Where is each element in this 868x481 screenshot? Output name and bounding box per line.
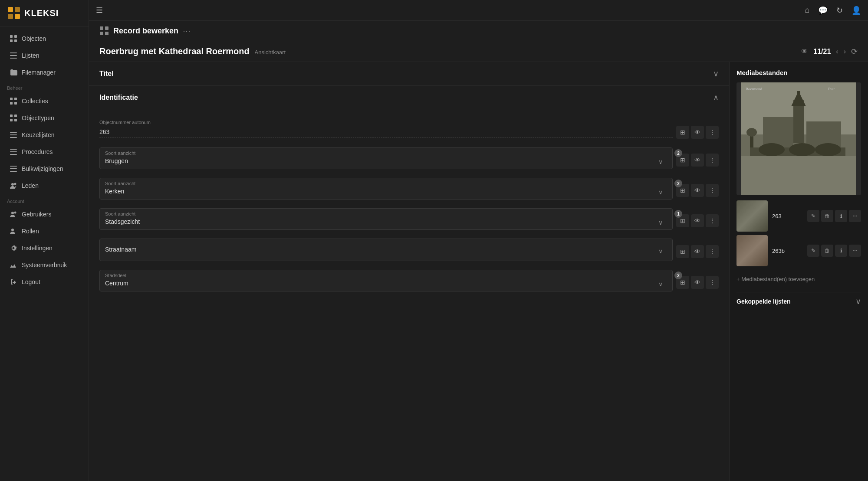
thumb-img-1 [736, 200, 768, 232]
page-options-button[interactable]: ⋯ [183, 26, 191, 36]
soort3-view-button[interactable]: 👁 [691, 214, 704, 227]
soort3-more-button[interactable]: ⋮ [706, 214, 719, 227]
svg-rect-12 [14, 98, 17, 100]
straatnaam-select-wrapper: Straatnaam ∨ [105, 242, 667, 257]
stadsdeel-select[interactable]: Centrum [105, 279, 667, 288]
svg-rect-0 [8, 7, 13, 12]
info-media-263b-button[interactable]: ℹ [835, 245, 847, 257]
objectnummer-copy-button[interactable]: ⊞ [676, 126, 689, 139]
sync-icon[interactable]: ⟳ [851, 47, 858, 56]
media-thumb-263b[interactable] [736, 235, 768, 266]
svg-point-31 [14, 212, 16, 214]
delete-media-263-button[interactable]: 🗑 [821, 210, 833, 222]
objectnummer-more-button[interactable]: ⋮ [706, 126, 719, 139]
sidebar-item-collecties[interactable]: Collecties [3, 93, 86, 109]
svg-rect-17 [10, 119, 13, 121]
stadsdeel-select-wrapper: Centrum ∨ [105, 279, 667, 288]
more-media-263-button[interactable]: ⋯ [849, 210, 861, 222]
svg-rect-8 [10, 52, 17, 53]
straatnaam-more-button[interactable]: ⋮ [706, 245, 719, 258]
messages-icon[interactable]: 💬 [818, 6, 828, 15]
svg-rect-41 [797, 91, 800, 102]
next-record-button[interactable]: › [844, 48, 846, 56]
sidebar-label-instellingen: Instellingen [22, 245, 53, 252]
sidebar-item-objecten[interactable]: Objecten [3, 30, 86, 47]
media-panel-title: Mediabestanden [736, 69, 861, 76]
refresh-icon[interactable]: ↻ [836, 6, 843, 15]
beheer-section-label: Beheer [0, 81, 89, 92]
svg-text:Ever.: Ever. [828, 87, 835, 91]
soort2-actions: 2 ⊞ 👁 ⋮ [676, 184, 719, 197]
more-media-263b-button[interactable]: ⋯ [849, 245, 861, 257]
soort1-badge: 2 [674, 149, 682, 157]
svg-point-47 [815, 143, 841, 156]
soort3-label: Soort aanzicht [105, 211, 667, 216]
edit-media-263b-button[interactable]: ✎ [807, 245, 819, 257]
titel-section-header[interactable]: Titel ∨ [89, 62, 729, 86]
right-panel: Mediabestanden [729, 62, 868, 481]
svg-rect-20 [10, 134, 17, 135]
add-media-button[interactable]: + Mediabestand(en) toevoegen [736, 273, 861, 285]
record-navigation: 👁 11/21 ‹ › ⟳ [801, 47, 858, 56]
sidebar-item-objecttypen[interactable]: Objecttypen [3, 110, 86, 126]
topbar: ☰ ⌂ 💬 ↻ 👤 [89, 0, 868, 21]
svg-rect-35 [100, 32, 103, 35]
media-thumb-row-263b: 263b ✎ 🗑 ℹ ⋯ [736, 235, 861, 266]
user-icon[interactable]: 👤 [852, 6, 861, 15]
gekoppelde-title: Gekoppelde lijsten [736, 298, 790, 305]
stadsdeel-label: Stadsdeel [105, 273, 667, 278]
sidebar-item-keuzelijsten[interactable]: Keuzelijsten [3, 127, 86, 143]
sidebar-item-instellingen[interactable]: Instellingen [3, 240, 86, 256]
add-media-label: + Mediabestand(en) toevoegen [736, 276, 815, 282]
soort2-select[interactable]: Kerken [105, 187, 667, 196]
sidebar-item-leden[interactable]: Leden [3, 177, 86, 194]
sidebar-item-gebruikers[interactable]: Gebruikers [3, 206, 86, 223]
gekoppelde-header[interactable]: Gekoppelde lijsten ∨ [736, 292, 861, 311]
sidebar-label-leden: Leden [22, 182, 39, 189]
stadsdeel-select-container: Stadsdeel Centrum ∨ [99, 270, 673, 291]
sidebar-item-lijsten[interactable]: Lijsten [3, 47, 86, 64]
media-thumb-row-263: 263 ✎ 🗑 ℹ ⋯ [736, 200, 861, 232]
sidebar-item-bulkwijzigingen[interactable]: Bulkwijzigingen [3, 160, 86, 177]
svg-rect-5 [14, 35, 17, 38]
objectnummer-input[interactable] [99, 127, 673, 137]
media-main-image[interactable]: Roermond Ever. [736, 82, 861, 195]
soort1-more-button[interactable]: ⋮ [706, 154, 719, 167]
identificatie-section-header[interactable]: Identificatie ∧ [89, 86, 729, 109]
svg-rect-23 [10, 151, 17, 152]
soort2-select-container: Soort aanzicht Kerken ∨ [99, 178, 673, 200]
svg-rect-27 [10, 171, 17, 172]
soort3-select[interactable]: Stadsgezicht [105, 217, 667, 226]
stadsdeel-view-button[interactable]: 👁 [691, 276, 704, 289]
edit-media-263-button[interactable]: ✎ [807, 210, 819, 222]
svg-rect-4 [10, 35, 13, 38]
sidebar-item-systeemverbruik[interactable]: Systeemverbruik [3, 257, 86, 273]
stadsdeel-more-button[interactable]: ⋮ [706, 276, 719, 289]
soort2-view-button[interactable]: 👁 [691, 184, 704, 197]
prev-record-button[interactable]: ‹ [836, 48, 838, 56]
soort1-select[interactable]: Bruggen [105, 157, 667, 165]
record-counter: 11/21 [813, 48, 831, 56]
media-thumb-263[interactable] [736, 200, 768, 232]
objectnummer-view-button[interactable]: 👁 [691, 126, 704, 139]
info-media-263-button[interactable]: ℹ [835, 210, 847, 222]
delete-media-263b-button[interactable]: 🗑 [821, 245, 833, 257]
straatnaam-select[interactable]: Straatnaam [105, 242, 667, 257]
sidebar-item-rollen[interactable]: Rollen [3, 223, 86, 239]
sidebar-navigation: Objecten Lijsten Filemanager Beheer Coll… [0, 26, 89, 481]
svg-rect-22 [10, 149, 17, 150]
hamburger-icon[interactable]: ☰ [96, 6, 103, 15]
home-icon[interactable]: ⌂ [805, 6, 809, 15]
page-header: Record bewerken ⋯ [89, 21, 868, 41]
straatnaam-view-button[interactable]: 👁 [691, 245, 704, 258]
sidebar-item-filemanager[interactable]: Filemanager [3, 64, 86, 81]
stadsdeel-field-group: Stadsdeel Centrum ∨ 2 ⊞ 👁 [99, 270, 719, 291]
sidebar-item-procedures[interactable]: Procedures [3, 144, 86, 160]
straatnaam-copy-button[interactable]: ⊞ [676, 245, 689, 258]
svg-rect-18 [14, 119, 17, 121]
soort2-more-button[interactable]: ⋮ [706, 184, 719, 197]
topbar-left: ☰ [96, 6, 103, 15]
sidebar-item-logout[interactable]: Logout [3, 274, 86, 290]
soort1-view-button[interactable]: 👁 [691, 154, 704, 167]
soort1-select-wrapper: Bruggen ∨ [105, 157, 667, 165]
